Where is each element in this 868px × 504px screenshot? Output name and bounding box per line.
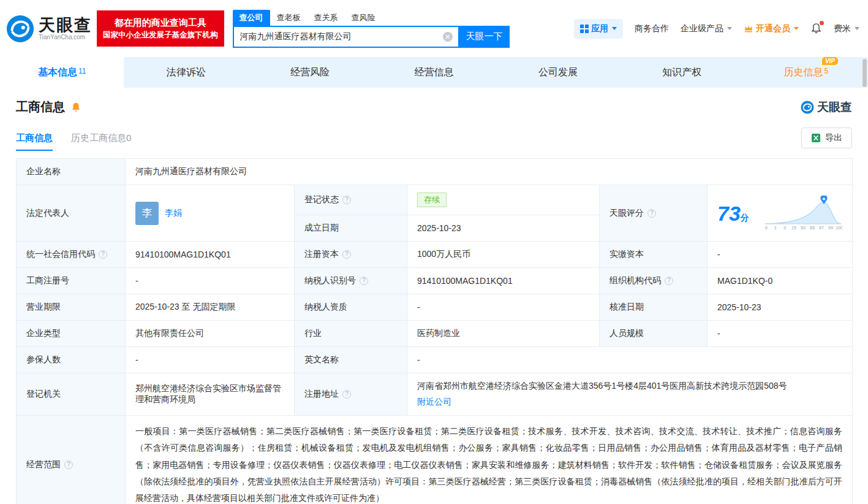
clear-icon[interactable]: ✕ (443, 32, 453, 42)
field-label-reg-number: 工商注册号 (17, 268, 126, 294)
logo-name: 天眼查 (39, 17, 92, 34)
export-label: 导出 (825, 132, 842, 143)
field-value-org-code: MAG1D1KQ-0 (708, 268, 853, 294)
search-button[interactable]: 天眼一下 (459, 26, 510, 48)
tab-legal-litigation[interactable]: 法律诉讼 (124, 57, 247, 88)
legal-rep-avatar[interactable]: 李 (135, 202, 159, 225)
logo-domain: TianYanCha.com (39, 34, 92, 40)
help-icon[interactable] (647, 209, 656, 218)
field-label-reg-authority: 登记机关 (17, 373, 126, 416)
tab-history-info[interactable]: 历史信息 5 VIP (744, 57, 868, 88)
menu-business-cooperation[interactable]: 商务合作 (635, 23, 669, 34)
apps-label: 应用 (591, 23, 608, 34)
help-icon[interactable] (360, 277, 368, 285)
notification-dot (820, 21, 824, 25)
excel-icon (811, 133, 821, 143)
subtab-history-business-info[interactable]: 历史工商信息0 (71, 132, 131, 151)
field-value-establish-date: 2025-10-23 (407, 215, 600, 242)
help-icon[interactable] (665, 277, 673, 285)
business-label: 商务合作 (635, 23, 669, 34)
field-value-credit-code: 91410100MAG1D1KQ01 (126, 242, 295, 268)
svg-text:15: 15 (791, 226, 796, 230)
field-value-staff-size: - (708, 321, 853, 347)
crown-icon (744, 24, 753, 34)
search-input[interactable] (234, 32, 443, 42)
tab-basic-info[interactable]: 基本信息 11 (0, 57, 124, 88)
company-nav-tabs: 基本信息 11 法律诉讼 经营风险 经营信息 公司发展 知识产权 历史信息 5 … (0, 57, 868, 88)
tianyancha-watermark: 天眼查 (801, 99, 852, 115)
tab-label: 知识产权 (662, 66, 701, 79)
help-icon[interactable] (342, 390, 351, 399)
field-value-reg-number: - (126, 268, 295, 294)
tab-count: 11 (78, 67, 86, 75)
apps-grid-icon (580, 25, 589, 33)
search-tab-boss[interactable]: 查老板 (270, 10, 308, 26)
apps-menu[interactable]: 应用 (574, 19, 623, 39)
search-tab-relation[interactable]: 查关系 (308, 10, 345, 26)
tab-label: 公司发展 (538, 66, 578, 79)
field-label-establish-date: 成立日期 (295, 215, 407, 242)
top-menu: 应用 商务合作 企业级产品 开通会员 费米 (574, 19, 859, 39)
subscribe-bell-icon[interactable] (70, 102, 81, 113)
tab-operation-info[interactable]: 经营信息 (372, 57, 496, 88)
field-value-legal-rep: 李 李娟 (126, 185, 295, 242)
status-badge: 存续 (417, 193, 447, 207)
tab-intellectual-property[interactable]: 知识产权 (620, 57, 744, 88)
field-label-reg-capital: 注册资本 (295, 242, 407, 268)
promo-line-2: 国家中小企业发展子基金旗下机构 (103, 29, 218, 41)
membership-label: 开通会员 (756, 23, 790, 34)
field-label-reg-address: 注册地址 (295, 373, 407, 416)
chevron-down-icon (612, 27, 617, 30)
notification-bell[interactable] (810, 23, 822, 34)
export-button[interactable]: 导出 (801, 128, 852, 148)
chevron-down-icon (794, 27, 799, 30)
top-header: 天眼查 TianYanCha.com 都在用的商业查询工具 国家中小企业发展子基… (0, 0, 868, 57)
field-label-business-term: 营业期限 (17, 294, 126, 321)
help-icon[interactable] (342, 250, 351, 259)
field-label-score: 天眼评分 (600, 185, 708, 242)
nearby-companies-link[interactable]: 附近公司 (417, 397, 451, 407)
field-label-company-type: 企业类型 (17, 321, 126, 347)
tab-label: 历史信息 (783, 66, 823, 79)
svg-text:97: 97 (819, 226, 824, 230)
search-box: ✕ (233, 26, 459, 48)
field-value-reg-authority: 郑州航空港经济综合实验区市场监督管理和营商环境局 (126, 373, 295, 416)
field-value-business-term: 2025-10-23 至 无固定期限 (126, 294, 295, 321)
watermark-label: 天眼查 (817, 99, 852, 115)
svg-text:0: 0 (765, 226, 768, 230)
tianyancha-logo-icon (6, 15, 34, 43)
help-icon[interactable] (99, 250, 107, 259)
svg-text:85: 85 (810, 226, 815, 230)
field-value-taxpayer-id: 91410100MAG1D1KQ01 (407, 268, 600, 294)
search-tab-risk[interactable]: 查风险 (345, 10, 382, 26)
subtab-business-info[interactable]: 工商信息 (16, 132, 53, 151)
legal-rep-link[interactable]: 李娟 (165, 208, 182, 219)
field-label-credit-code: 统一社会信用代码 (17, 242, 126, 268)
field-value-score: 73分 0 1 3 15 (708, 185, 853, 242)
search-tabs: 查公司 查老板 查关系 查风险 (233, 10, 510, 26)
field-label-org-code: 组织机构代码 (600, 268, 708, 294)
field-value-reg-status: 存续 (407, 185, 600, 215)
tab-label: 经营风险 (290, 66, 330, 79)
score-curve-chart: 0 1 3 15 50 85 97 99 100 (764, 196, 842, 231)
page-scrollbar[interactable] (862, 59, 867, 87)
field-label-taxpayer-id: 纳税人识别号 (295, 268, 407, 294)
tab-operation-risk[interactable]: 经营风险 (248, 57, 372, 88)
field-value-reg-capital: 1000万人民币 (407, 242, 600, 268)
field-value-reg-address: 河南省郑州市航空港经济综合实验区金港大道356号1号楼4层401号医用高新技术跨… (407, 373, 853, 416)
menu-enterprise-products[interactable]: 企业级产品 (681, 23, 732, 34)
field-label-approval-date: 核准日期 (600, 294, 708, 321)
menu-open-membership[interactable]: 开通会员 (744, 23, 799, 34)
svg-text:99: 99 (828, 226, 833, 230)
user-menu[interactable]: 费米 (834, 23, 859, 34)
field-value-business-scope: 一般项目：第一类医疗器械销售；第二类医疗器械销售；第一类医疗设备租赁；第二类医疗… (126, 416, 853, 504)
tianyancha-logo[interactable]: 天眼查 TianYanCha.com (6, 15, 92, 43)
field-label-insured-count: 参保人数 (17, 347, 126, 373)
score-unit: 分 (741, 213, 749, 223)
tab-company-development[interactable]: 公司发展 (496, 57, 620, 88)
help-icon[interactable] (64, 460, 73, 469)
help-icon[interactable] (342, 196, 351, 204)
promo-line-1: 都在用的商业查询工具 (103, 15, 218, 29)
search-tab-company[interactable]: 查公司 (233, 10, 270, 26)
field-value-industry: 医药制造业 (407, 321, 600, 347)
